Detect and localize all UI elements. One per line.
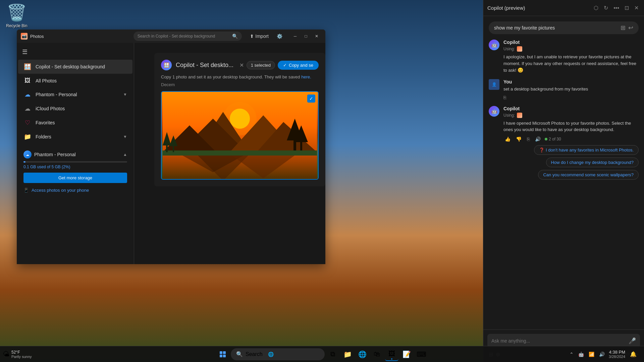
copilot-tray-icon[interactable]: 🤖 [577, 350, 585, 358]
using-photos-icon-2 [517, 113, 522, 118]
import-button[interactable]: ⬆ Import [247, 32, 271, 40]
photos-app-taskbar-button[interactable]: 🖼 [385, 348, 398, 361]
speaker-button[interactable]: 🔊 [534, 136, 542, 142]
microsoft-store-button[interactable]: 🛍 [370, 348, 384, 361]
copilot-using-2: Using: [503, 113, 639, 118]
suggestion-buttons: ❓ I don't have any favorites in Microsof… [503, 145, 639, 180]
phantom-storage-section: ☁ Phantom - Personal ▲ 0.1 GB used of 5 … [19, 146, 131, 198]
sidebar-item-folders[interactable]: 📁 Folders ▼ [18, 130, 132, 144]
dialog-desc-link[interactable]: here. [301, 74, 311, 79]
dialog-title: Copilot - Set deskto... [176, 62, 235, 69]
copilot-using-1: Using: [503, 46, 639, 52]
svg-rect-16 [163, 150, 317, 156]
recycle-bin-icon[interactable]: 🗑️ Recycle Bin [3, 3, 30, 28]
close-button[interactable]: ✕ [312, 32, 321, 41]
photos-taskbar-icon: 🖼 [388, 350, 395, 358]
win-pane-3 [220, 355, 222, 357]
weather-info: 52°F Partly sunny [11, 350, 32, 359]
using-label-2: Using: [503, 113, 515, 118]
search-bing-icon: 🌐 [268, 352, 274, 357]
photo-item[interactable]: ✓ [161, 91, 319, 180]
photos-search-bar[interactable]: Search in Copilot - Set desktop backgrou… [133, 32, 242, 41]
copy-and-set-button[interactable]: ✓ Copy and se [278, 61, 319, 70]
dialog-copilot-icon: 🪟 [161, 60, 172, 70]
phantom-chevron-icon[interactable]: ▲ [123, 152, 127, 157]
phantom-section-icon: ☁ [23, 150, 32, 159]
copilot-external-link-button[interactable]: ⬡ [592, 3, 600, 12]
sidebar-item-icloud[interactable]: ☁ iCloud Photos [18, 102, 132, 116]
copilot-sender-1: Copilot [503, 40, 639, 45]
copilot-avatar-2: 🤖 [489, 106, 499, 117]
suggestion-icon-1: ❓ [539, 147, 544, 153]
user-avatar-1: 👤 [489, 79, 499, 90]
sidebar-item-all-photos[interactable]: 🖼 All Photos [18, 74, 132, 87]
weather-widget[interactable]: 🌤 52°F Partly sunny [3, 350, 32, 359]
edge-browser-button[interactable]: 🌐 [356, 348, 369, 361]
pagination-indicator: 2 of 30 [545, 137, 561, 141]
start-menu-button[interactable] [216, 348, 229, 361]
dev-icon: ⌨ [417, 350, 426, 358]
minimize-button[interactable]: ─ [290, 32, 300, 41]
thumbs-down-button[interactable]: 👎 [515, 136, 523, 142]
hamburger-menu[interactable]: ☰ [17, 46, 134, 58]
sidebar-item-phantom[interactable]: ☁ Phantom - Personal ▼ [18, 87, 132, 102]
weather-icon: 🌤 [3, 350, 9, 358]
maximize-button[interactable]: □ [301, 32, 311, 41]
thumbs-up-button[interactable]: 👍 [503, 136, 512, 142]
sidebar-icloud-label: iCloud Photos [36, 106, 127, 111]
notes-icon: 📝 [402, 350, 411, 358]
photos-search-text: Search in Copilot - Set desktop backgrou… [138, 34, 230, 39]
win-pane-1 [220, 351, 222, 354]
microphone-icon[interactable]: 🎤 [629, 337, 636, 345]
windows-logo [220, 351, 226, 357]
user-message-icon: 👤 [489, 79, 499, 90]
sticky-notes-button[interactable]: 📝 [400, 348, 413, 361]
copilot-close-panel-button[interactable]: ✕ [633, 3, 640, 12]
settings-button[interactable]: ⚙️ [274, 32, 285, 40]
suggestion-button-3[interactable]: Can you recommend some scenic wallpapers… [538, 170, 639, 180]
phone-access-link[interactable]: 📱 Access photos on your phone [23, 186, 127, 194]
photos-logo: 📷 [21, 33, 28, 40]
file-explorer-icon: 📁 [343, 350, 352, 358]
apps-icon[interactable]: ⊞ [621, 24, 626, 32]
phone-access-label: Access photos on your phone [32, 188, 89, 193]
phone-icon: 📱 [23, 188, 29, 193]
suggestion-button-2[interactable]: How do I change my desktop background? [546, 158, 639, 167]
copilot-refresh-button[interactable]: ↻ [602, 3, 609, 12]
photo-landscape [162, 92, 318, 179]
storage-text: 0.1 GB used of 5 GB (2%) [23, 165, 127, 169]
suggestion-button-1[interactable]: ❓ I don't have any favorites in Microsof… [534, 145, 639, 155]
copilot-more-options-button[interactable]: ••• [612, 4, 621, 12]
copy-message-button[interactable]: ⎘ [526, 136, 531, 142]
network-icon[interactable]: 📶 [587, 350, 596, 358]
photos-app-window: 📷 Photos Search in Copilot - Set desktop… [17, 29, 325, 264]
get-more-storage-button[interactable]: Get more storage [23, 173, 127, 183]
sidebar-item-favorites[interactable]: ♡ Favorites [18, 116, 132, 130]
copilot-expand-button[interactable]: ⊡ [623, 3, 630, 12]
dev-tools-button[interactable]: ⌨ [415, 348, 428, 361]
taskbar-search[interactable]: 🔍 Search 🌐 [231, 348, 325, 360]
phantom-cloud-icon: ☁ [23, 91, 32, 98]
system-clock[interactable]: 4:38 PM 3/28/2024 [609, 350, 625, 359]
copilot-panel-body: show me my favorite pictures ⊞ ↩ 🤖 Copil… [483, 16, 644, 329]
weather-temp: 52°F [11, 350, 32, 355]
show-hidden-icons[interactable]: ⌃ [568, 350, 575, 358]
ask-me-anything-input[interactable] [491, 338, 626, 344]
dialog-close-button[interactable]: ✕ [239, 62, 244, 68]
taskbar-center: 🔍 Search 🌐 ⧉ 📁 🌐 🛍 🖼 📝 ⌨ [216, 348, 428, 361]
sidebar-item-copilot-bg[interactable]: 🪟 Copilot - Set desktop background [18, 60, 132, 74]
photo-select-checkbox[interactable]: ✓ [307, 95, 315, 103]
back-icon[interactable]: ↩ [628, 24, 633, 32]
volume-icon[interactable]: 🔊 [598, 350, 606, 358]
copilot-set-bg-dialog: 🪟 Copilot - Set deskto... ✕ 1 selected ✓… [154, 53, 325, 186]
dialog-header: 🪟 Copilot - Set deskto... ✕ 1 selected ✓… [161, 60, 319, 70]
user-message-1-content: You set a desktop background from my fav… [503, 79, 639, 101]
clock-time: 4:38 PM [609, 350, 625, 355]
user-message-copy-icon: ⎘ [503, 95, 639, 101]
recycle-bin-image: 🗑️ [7, 3, 27, 22]
file-explorer-button[interactable]: 📁 [341, 348, 354, 361]
notification-bell[interactable]: 🔔 [628, 349, 639, 360]
query-action-icons: ⊞ ↩ [621, 24, 633, 32]
taskbar-search-icon: 🔍 [236, 351, 243, 357]
task-view-button[interactable]: ⧉ [326, 348, 339, 361]
